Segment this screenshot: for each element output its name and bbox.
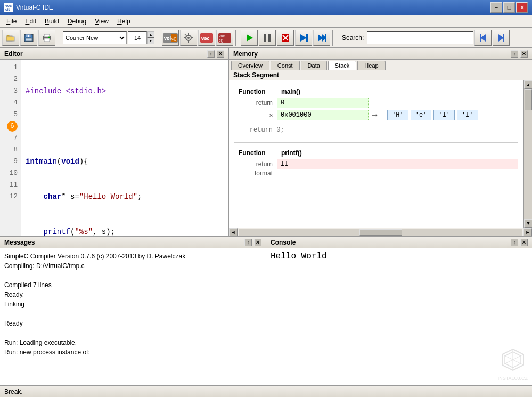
heap-h: 'H' — [387, 110, 408, 120]
memory-panel: Memory ↕ ✕ Overview Const Data Stack Hea… — [229, 48, 532, 236]
menu-file[interactable]: File — [2, 17, 21, 26]
stop-button[interactable] — [277, 30, 294, 46]
menu-help[interactable]: Help — [113, 17, 135, 26]
console-close-btn[interactable]: ✕ — [520, 239, 528, 246]
build-button[interactable]: voc voc — [198, 30, 215, 46]
close-button[interactable]: ✕ — [516, 2, 528, 13]
search-input[interactable] — [367, 31, 473, 44]
run-button[interactable] — [241, 30, 258, 46]
heap-l1: 'l' — [433, 110, 455, 120]
settings-button[interactable] — [180, 30, 197, 46]
messages-title: Messages — [4, 239, 35, 246]
tab-data[interactable]: Data — [301, 61, 327, 70]
mem-scroll-up[interactable]: ▲ — [524, 80, 532, 89]
stack-printf-header: Function printf() — [234, 147, 518, 159]
editor-restore-btn[interactable]: ↕ — [207, 50, 215, 58]
toolbar-sep-2 — [157, 30, 160, 46]
svg-text:voc: voc — [201, 36, 208, 41]
stack-printf-table: Function printf() return ll format — [234, 147, 518, 177]
svg-rect-9 — [44, 38, 50, 42]
console-restore-btn[interactable]: ↕ — [511, 239, 518, 246]
svg-rect-41 — [480, 34, 481, 42]
menu-build[interactable]: Build — [40, 17, 63, 26]
memory-close-btn[interactable]: ✕ — [520, 50, 528, 58]
editor-panel: Editor ↕ ✕ 1 2 3 4 5 6 7 8 9 10 — [0, 48, 229, 236]
stack-return-stmt-row: return 0; — [234, 122, 518, 138]
search-forward-button[interactable] — [493, 30, 510, 46]
menu-edit[interactable]: Edit — [21, 17, 40, 26]
maximize-button[interactable]: □ — [503, 2, 515, 13]
line-num-6: 6 — [0, 120, 18, 132]
app: voccit Virtual-C IDE − □ ✕ File Edit Bui… — [0, 0, 532, 397]
mem-hscroll-thumb[interactable] — [359, 229, 402, 236]
s-arrow: → — [369, 108, 387, 122]
editor-close-btn[interactable]: ✕ — [217, 50, 224, 58]
mem-scroll-down[interactable]: ▼ — [524, 219, 532, 228]
mem-scroll-thumb[interactable] — [525, 89, 532, 110]
svg-point-10 — [48, 36, 50, 38]
minimize-button[interactable]: − — [490, 2, 502, 13]
tab-const[interactable]: Const — [271, 61, 300, 70]
memory-hscrollbar: ◄ ► — [229, 228, 532, 236]
font-size-down[interactable]: ▼ — [147, 38, 154, 44]
svg-rect-8 — [44, 34, 50, 37]
messages-close-btn[interactable]: ✕ — [254, 239, 261, 246]
printf-format-cell — [277, 169, 518, 177]
memory-restore-btn[interactable]: ↕ — [511, 50, 518, 58]
messages-restore-btn[interactable]: ↕ — [244, 239, 252, 246]
mem-scroll-track — [524, 89, 532, 219]
heap-e: 'e' — [411, 110, 432, 120]
pause-button[interactable] — [259, 30, 276, 46]
font-selector[interactable]: Courier New — [63, 31, 127, 44]
tab-stack[interactable]: Stack — [328, 61, 357, 70]
menubar: File Edit Build Debug View Help — [0, 15, 532, 28]
mem-hscroll-right[interactable]: ► — [523, 228, 532, 237]
svg-rect-18 — [188, 33, 189, 35]
step-over-button[interactable] — [295, 30, 312, 46]
font-size-up[interactable]: ▲ — [147, 31, 154, 38]
printf-return-value: ll — [277, 159, 518, 169]
font-size-input[interactable] — [128, 31, 147, 44]
tab-overview[interactable]: Overview — [231, 61, 269, 70]
save-button[interactable] — [20, 30, 37, 46]
work-area: Editor ↕ ✕ 1 2 3 4 5 6 7 8 9 10 — [0, 48, 532, 236]
console-panel: Console ↕ ✕ Hello World I — [266, 237, 532, 385]
search-back-button[interactable] — [474, 30, 492, 46]
console-controls: ↕ ✕ — [511, 239, 528, 246]
open-button[interactable] — [2, 30, 19, 46]
voidbuild-button[interactable]: voc c() — [216, 30, 233, 46]
messages-controls: ↕ ✕ — [244, 239, 261, 246]
void-main-button[interactable]: void void c() — [162, 30, 179, 46]
line-num-1: 1 — [0, 62, 18, 74]
editor-controls: ↕ ✕ — [207, 50, 224, 58]
step-end-button[interactable] — [313, 30, 330, 46]
memory-title: Memory — [233, 50, 258, 58]
toolbar-sep-4 — [332, 30, 335, 46]
s-value: 0x001000 — [277, 110, 369, 120]
line-num-10: 10 — [0, 167, 18, 179]
editor-header: Editor ↕ ✕ — [0, 48, 228, 60]
tab-heap[interactable]: Heap — [357, 61, 385, 70]
menu-view[interactable]: View — [91, 17, 113, 26]
line-num-4: 4 — [0, 97, 18, 109]
print-button[interactable] — [38, 30, 55, 46]
console-header: Console ↕ ✕ — [266, 237, 532, 248]
s-heap-cells: 'H' 'e' 'l' 'l' — [387, 108, 518, 122]
messages-content: SimpleC Compiler Version 0.7.6 (c) 2007-… — [0, 248, 266, 385]
stack-main-table: Function main() return 0 s 0x001000 — [234, 86, 518, 138]
window-controls: − □ ✕ — [490, 2, 528, 13]
memory-scrollbar: ▲ ▼ — [523, 80, 532, 228]
code-area[interactable]: #include <stdio.h> int main(void){ char*… — [21, 60, 228, 236]
code-line-4: char* s="Hello World"; — [26, 191, 224, 202]
s-value-cell: 0x001000 — [277, 108, 369, 122]
return-value-cell: 0 — [277, 98, 369, 108]
printf-format-label: format — [234, 169, 277, 177]
status-text: Break. — [4, 388, 23, 395]
menu-debug[interactable]: Debug — [63, 17, 91, 26]
return-heap-cell — [387, 98, 518, 108]
memory-main-content: Function main() return 0 s 0x001000 — [229, 80, 523, 228]
svg-rect-30 — [264, 34, 266, 42]
svg-text:c(): c() — [219, 38, 223, 43]
mem-hscroll-left[interactable]: ◄ — [229, 228, 238, 237]
line-num-9: 9 — [0, 156, 18, 167]
